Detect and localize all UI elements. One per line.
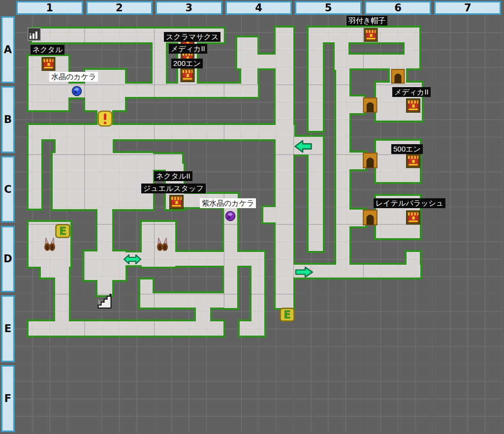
col18-corridor <box>336 64 349 271</box>
ring-right <box>405 36 419 68</box>
crystal-shard-icon[interactable] <box>71 86 82 96</box>
col-header-1: 1 <box>16 1 83 15</box>
col15-corridor <box>276 28 293 308</box>
room-d-center <box>84 251 126 280</box>
room-medica <box>376 83 422 121</box>
elevator-left-icon[interactable]: E <box>55 224 70 238</box>
enemy-right-icon[interactable] <box>155 236 170 252</box>
door-icon-d[interactable] <box>363 210 378 225</box>
col13-vert-outline <box>250 250 266 331</box>
row-header-F: F <box>1 365 15 432</box>
dungeon-map-page: EE ネクタル水晶のカケラスクラマサクスメディカII200エン羽付き帽子メディカ… <box>0 0 504 434</box>
door-icon-b[interactable] <box>363 97 378 113</box>
map-label: ジュエルスタッフ <box>141 184 206 193</box>
header-layer: 1234567ABCDEF <box>0 0 504 434</box>
nub-row16 <box>140 279 153 299</box>
elevator-bottom-icon[interactable]: E <box>280 308 295 322</box>
arrow-passage-d <box>120 252 148 265</box>
col12-vert <box>224 194 237 308</box>
grid-corner <box>0 0 15 15</box>
twoway-passage-arrow-icon[interactable] <box>123 253 142 266</box>
chest-200en-icon[interactable] <box>180 68 195 82</box>
corridor-row10-outline <box>176 192 240 209</box>
door-icon-c[interactable] <box>363 153 378 168</box>
corridor-row6 <box>29 125 294 139</box>
row-header-E: E <box>1 295 15 362</box>
corridor-e <box>29 321 223 336</box>
corridor-a-top-outline <box>30 27 226 44</box>
orb-passage <box>62 84 92 97</box>
col5-long <box>97 203 112 295</box>
col-header-5: 5 <box>295 1 362 15</box>
stairs-down-icon[interactable] <box>96 293 113 309</box>
map-label: ネクタルII <box>154 171 192 181</box>
room-d-left-outline <box>27 220 72 269</box>
amethyst-shard-icon[interactable] <box>225 211 236 221</box>
corridor-a-right <box>309 28 419 42</box>
corridor-row14-outline <box>274 263 422 279</box>
ring-bottom <box>347 55 419 68</box>
col17-lower-outline <box>307 135 325 253</box>
col-header-3: 3 <box>156 1 222 15</box>
col9-drop <box>166 164 184 209</box>
stub-up-right <box>407 252 420 271</box>
chest-winged-hat-icon[interactable] <box>364 28 378 42</box>
col17-upper-outline <box>307 26 325 133</box>
ext-d-left-2 <box>55 272 69 327</box>
enemy-left-icon[interactable] <box>42 236 58 252</box>
chest-scramasax-icon[interactable] <box>180 34 195 48</box>
arrow-passage-d-outline <box>118 250 150 267</box>
col8-link-outline <box>151 32 168 92</box>
stub-reiter-outline <box>342 208 367 228</box>
row8-right <box>147 154 182 170</box>
room-d-center-outline <box>82 249 127 282</box>
chest-reiterpallasch-icon[interactable] <box>406 210 420 225</box>
col13-vert <box>252 252 264 329</box>
map-label: 紫水晶のカケラ <box>200 198 256 208</box>
map-label: 200エン <box>171 59 203 68</box>
corridor-e-outline <box>27 319 225 338</box>
stub-e-link-outline <box>194 299 212 329</box>
room-c <box>53 153 153 209</box>
col13-lower-outline <box>239 61 259 92</box>
chest-nectar-icon[interactable] <box>41 57 56 71</box>
corridor-row16 <box>140 293 231 308</box>
row-header-A: A <box>1 16 15 83</box>
ext-d-left-1 <box>41 261 69 278</box>
col5-upper-outline <box>95 102 114 133</box>
door-link-ring <box>390 62 406 89</box>
map-label: メディカII <box>392 87 431 97</box>
stub-500-outline <box>342 151 367 171</box>
label-layer: ネクタル水晶のカケラスクラマサクスメディカII200エン羽付き帽子メディカII5… <box>0 0 504 434</box>
stub-col15-left <box>263 207 283 222</box>
chest-500en-icon[interactable] <box>406 154 420 168</box>
map-label: 500エン <box>391 144 423 154</box>
svg-text:E: E <box>59 225 66 237</box>
map-stats-icon[interactable] <box>28 28 41 41</box>
chest-column <box>178 29 197 90</box>
stub-reiter <box>344 210 365 226</box>
oneway-left-arrow-icon[interactable] <box>294 139 313 154</box>
floor-layer <box>0 0 504 434</box>
chest-medica2b-icon[interactable] <box>406 98 420 113</box>
map-label: スクラマサクス <box>164 32 220 42</box>
col17-lower <box>309 137 323 251</box>
e-segment <box>240 321 264 336</box>
chest-medica2a-icon[interactable] <box>180 51 195 64</box>
corridor-row6-outline <box>27 123 296 141</box>
corridor-row16-outline <box>138 291 233 310</box>
room-reiter <box>376 196 420 238</box>
e-segment-outline <box>238 319 266 338</box>
col13-stub <box>237 37 257 61</box>
corridor-row4 <box>119 84 258 97</box>
oneway-right-arrow-icon[interactable] <box>295 266 314 279</box>
room-500-outline <box>374 139 422 184</box>
col5-upper <box>97 104 112 131</box>
door-icon-a[interactable] <box>391 69 405 84</box>
corridor-a-right-outline <box>307 26 421 44</box>
row8-right-outline <box>145 152 184 172</box>
map-label: メディカII <box>169 44 207 54</box>
room-crystal <box>85 70 125 110</box>
chest-jewel-staff-icon[interactable] <box>169 195 184 209</box>
event-marker-icon[interactable] <box>97 110 113 127</box>
